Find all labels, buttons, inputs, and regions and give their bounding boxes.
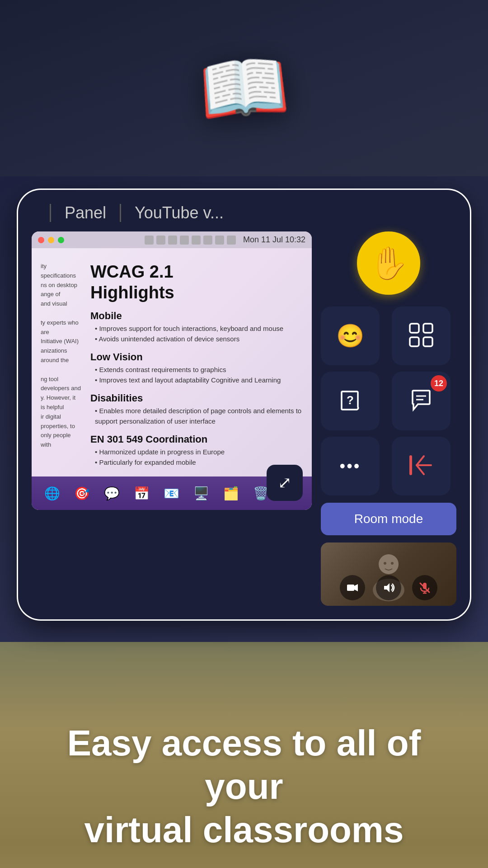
- tab-separator: [50, 204, 51, 222]
- question-button[interactable]: ?: [321, 372, 380, 430]
- section-lowvision-title: Low Vision: [90, 351, 303, 363]
- tablet-section: Panel YouTube v...: [0, 176, 488, 642]
- svg-rect-1: [423, 324, 432, 333]
- tab-separator-2: [120, 204, 121, 222]
- expand-icon: ⤢: [278, 473, 291, 492]
- tagline: Easy access to all of your virtual class…: [36, 722, 452, 852]
- mac-dock: 🌐 🎯 💬 📅 📧 🖥️ 🗂️ 🗑️ ⤢: [32, 476, 312, 510]
- mac-maximize-dot[interactable]: [58, 237, 64, 243]
- mac-icon-6: [203, 236, 212, 245]
- dock-icon-app2[interactable]: 🎯: [70, 482, 93, 505]
- section-en301-title: EN 301 549 Coordination: [90, 434, 303, 445]
- svg-rect-3: [423, 337, 432, 346]
- svg-text:?: ?: [347, 393, 354, 407]
- mac-screen: Mon 11 Jul 10:32 ity specifications ns o…: [32, 231, 312, 510]
- tab-youtube[interactable]: YouTube v...: [135, 203, 224, 222]
- svg-rect-0: [410, 324, 419, 333]
- svg-point-10: [384, 562, 386, 565]
- section-lowvision-bullet-2: • Improves text and layout adaptability …: [90, 375, 303, 386]
- exit-button[interactable]: [392, 437, 450, 495]
- dock-icon-calendar[interactable]: 📅: [130, 482, 153, 505]
- svg-point-8: [379, 554, 399, 574]
- section-lowvision-bullet-1: • Extends contrast requirements to graph…: [90, 365, 303, 375]
- document-main: WCAG 2.1 Highlights Mobile • Improves su…: [90, 262, 303, 467]
- video-toggle-button[interactable]: [340, 575, 365, 600]
- section-mobile-bullet-1: • Improves support for touch interaction…: [90, 324, 303, 334]
- mac-icon-2: [156, 236, 165, 245]
- section-en301-bullet-1: • Harmonized update in progress in Europ…: [90, 447, 303, 458]
- control-panel: ✋ 😊: [321, 231, 456, 606]
- mac-content: ity specifications ns on desktop ange of…: [32, 248, 312, 476]
- tab-panel[interactable]: Panel: [65, 203, 106, 222]
- grid-button[interactable]: [392, 307, 450, 365]
- document-title: WCAG 2.1 Highlights: [90, 262, 303, 303]
- dock-icon-finder[interactable]: 🗂️: [220, 482, 242, 505]
- mac-icon-1: [145, 236, 154, 245]
- mac-icon-5: [192, 236, 201, 245]
- grid-icon: [408, 321, 435, 350]
- mic-toggle-button[interactable]: [412, 575, 437, 600]
- left-sidebar-text: ity specifications ns on desktop ange of…: [41, 262, 81, 450]
- svg-rect-12: [347, 585, 354, 591]
- document-left-bar: ity specifications ns on desktop ange of…: [41, 262, 81, 450]
- mac-icon-3: [168, 236, 177, 245]
- mac-close-dot[interactable]: [38, 237, 44, 243]
- emoji-icon: 😊: [336, 323, 364, 349]
- mac-icon-8: [227, 236, 236, 245]
- tablet-frame: Panel YouTube v...: [18, 190, 470, 619]
- mac-icon-4: [180, 236, 189, 245]
- control-grid: 😊: [321, 307, 456, 495]
- svg-point-11: [391, 562, 394, 565]
- audio-toggle-button[interactable]: [376, 575, 401, 600]
- video-panel: [321, 542, 456, 606]
- mac-titlebar: Mon 11 Jul 10:32: [32, 231, 312, 248]
- section-disabilities-title: Disabilities: [90, 392, 303, 404]
- svg-rect-7: [409, 455, 412, 475]
- mac-titlebar-icons: [145, 236, 236, 245]
- dock-icon-terminal[interactable]: 🖥️: [190, 482, 212, 505]
- chat-notification-badge: 12: [431, 375, 447, 392]
- section-mobile-bullet-2: • Avoids unintended activation of device…: [90, 334, 303, 344]
- room-mode-button[interactable]: Room mode: [321, 503, 456, 535]
- question-icon: ?: [338, 388, 362, 414]
- tagline-line2: virtual classrooms: [84, 810, 404, 850]
- raise-hand-button[interactable]: ✋: [357, 231, 420, 295]
- dock-icon-chrome[interactable]: 🌐: [41, 482, 63, 505]
- section-disabilities-bullet-1: • Enables more detailed description of p…: [90, 406, 303, 426]
- chat-icon: [409, 388, 433, 414]
- emoji-button[interactable]: 😊: [321, 307, 380, 365]
- dock-icon-mail[interactable]: 📧: [160, 482, 183, 505]
- tab-bar: Panel YouTube v...: [32, 203, 456, 222]
- svg-rect-2: [410, 337, 419, 346]
- hand-icon: ✋: [369, 245, 408, 282]
- mac-icon-7: [215, 236, 224, 245]
- tagline-line1: Easy access to all of your: [67, 723, 421, 807]
- more-icon: •••: [340, 457, 361, 476]
- main-content: Mon 11 Jul 10:32 ity specifications ns o…: [32, 231, 456, 606]
- bottom-section: Easy access to all of your virtual class…: [0, 642, 488, 868]
- dock-icon-discord[interactable]: 💬: [100, 482, 123, 505]
- exit-icon: [408, 452, 435, 481]
- video-controls: [321, 575, 456, 600]
- mac-time: Mon 11 Jul 10:32: [243, 235, 305, 245]
- mac-minimize-dot[interactable]: [48, 237, 54, 243]
- chat-button[interactable]: 12: [392, 372, 450, 430]
- section-mobile-title: Mobile: [90, 310, 303, 322]
- expand-button[interactable]: ⤢: [267, 465, 303, 501]
- book-icon: 📖: [195, 42, 293, 135]
- top-section: 📖: [0, 0, 488, 176]
- more-button[interactable]: •••: [321, 437, 380, 495]
